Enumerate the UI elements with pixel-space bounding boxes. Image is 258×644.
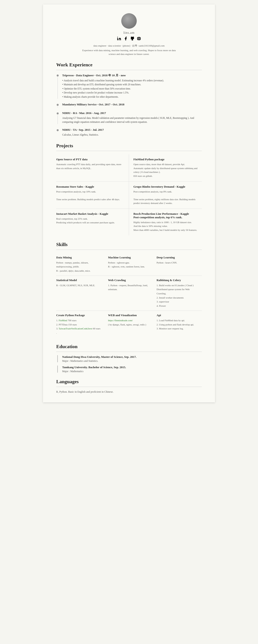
timeline-3: [56, 111, 59, 124]
web-icon[interactable]: [137, 36, 141, 42]
project-name-2: FinMind Python package: [134, 158, 202, 161]
edu-line-1: [57, 355, 58, 362]
edu-timeline-1: [56, 355, 59, 362]
skill-name-4: Statistical Model: [56, 278, 102, 282]
projects-section: Projects Open Source of PTT data Automat…: [56, 143, 202, 236]
skills-grid: Data Mining Python - numpy, pandas, skle…: [56, 253, 202, 338]
timeline-dot-1: [57, 74, 59, 76]
facebook-icon[interactable]: [124, 36, 128, 42]
project-desc-4: Post-competition analysis, top 8% rank.T…: [134, 190, 202, 205]
work-experience-title: Work Experience: [56, 62, 202, 68]
work-title-4: NDHU - TA · Sep. 2015 - Jul. 2017: [62, 128, 202, 132]
project-desc-1: Automatic crawling PTT data daily, and p…: [56, 162, 124, 170]
edu-timeline-2: [56, 366, 59, 372]
skill-cell-1: Data Mining Python - numpy, pandas, skle…: [56, 253, 105, 276]
work-desc-3: Analysing G7 financial data. Model valid…: [62, 116, 202, 124]
skill-name-9: Api: [156, 314, 199, 317]
project-cell-3: Rossmann Store Sales - Kaggle Post-compe…: [56, 182, 129, 209]
linkedin-icon[interactable]: [117, 36, 121, 42]
edu-sub-2: Major : Mathematics: [62, 370, 202, 372]
skill-desc-3: Python - kears-CNN.: [156, 260, 199, 265]
skill-cell-5: Web Crawling 1. Python - request, Beauti…: [105, 276, 153, 311]
education-title: Education: [56, 344, 202, 350]
work-item-1: Tripresso - Data Engineer · Oct. 2018 年 …: [56, 74, 202, 99]
svg-point-0: [117, 37, 118, 38]
education-section: Education National Dong Hwa University, …: [56, 344, 202, 372]
skill-desc-4: R - GLM, GLMNET, NLS, SUR, MLE.: [56, 283, 102, 288]
edu-sub-1: Major : Mathematics and Statistics.: [62, 360, 202, 362]
languages-section: Languages R, Python. Basic in English an…: [56, 379, 202, 394]
work-experience-section: Work Experience Tripresso - Data Enginee…: [56, 62, 202, 137]
timeline-line-1: [58, 77, 58, 99]
work-content-3: NDHU - RA · Mar. 2016 - Aug. 2017 Analys…: [62, 111, 202, 124]
skill-name-1: Data Mining: [56, 256, 102, 259]
skill-name-6: Rabbitmq & Celery: [156, 278, 199, 282]
edu-title-1: National Dong Hwa University, Master of …: [62, 355, 202, 359]
timeline-dot-4: [57, 129, 59, 131]
edu-item-2: Tamkang University. Bachelor of Science,…: [56, 366, 202, 372]
taiwan-train-link[interactable]: TaiwanTrainVerificationCode2text: [59, 327, 92, 330]
skill-cell-4: Statistical Model R - GLM, GLMNET, NLS, …: [56, 276, 105, 311]
work-item-2: Mandatory Military Service · Oct. 2017 -…: [56, 103, 202, 107]
timeline-line-3: [58, 115, 58, 124]
project-cell-5: Instacart Market Basket Analysis - Kaggl…: [56, 209, 129, 236]
skill-cell-8: WEB and Visualization https://finmindtra…: [105, 311, 153, 338]
skill-cell-7: Create Python Package 1. FinMind 700 sta…: [56, 311, 105, 338]
project-name-1: Open Source of PTT data: [56, 158, 124, 161]
skills-divider: [56, 250, 202, 250]
work-content-4: NDHU - TA · Sep. 2015 - Jul. 2017 Calcul…: [62, 128, 202, 137]
finmind-link[interactable]: FinMind: [59, 319, 67, 322]
timeline-dot-3: [57, 112, 59, 114]
skill-desc-9: 1. Load FinMind data by api.2. Using pyt…: [156, 318, 199, 331]
social-icons-row: [56, 36, 202, 42]
project-cell-2: FinMind Python package Open source data,…: [129, 154, 202, 182]
projects-title: Projects: [56, 143, 202, 148]
tagline: Experience with data mining, machine lea…: [56, 48, 202, 56]
skill-desc-8: https://finmindtrade.com/( by django, fl…: [108, 318, 150, 326]
languages-desc: R, Python. Basic in English and proficie…: [56, 390, 202, 394]
contact-info: data engineer · data scientist · [phone]…: [56, 44, 202, 48]
resume-container: lins.am data engineer · data scientist ·…: [43, 4, 215, 402]
skill-desc-2: Python - xgboost-gpu.R - xgboost, svm, r…: [108, 260, 150, 269]
skill-name-2: Machine Learning: [108, 256, 150, 259]
skill-cell-2: Machine Learning Python - xgboost-gpu.R …: [105, 253, 153, 276]
skill-cell-3: Deep Learning Python - kears-CNN.: [153, 253, 202, 276]
project-desc-3: Post-competition analysis, top 10% rank.…: [56, 190, 124, 202]
work-item-4: NDHU - TA · Sep. 2015 - Jul. 2017 Calcul…: [56, 128, 202, 137]
skill-name-3: Deep Learning: [156, 256, 199, 259]
edu-line-2: [57, 366, 58, 372]
project-name-6: Bosch Production Line Performance - Kagg…: [134, 212, 202, 219]
skills-title: Skills: [56, 242, 202, 247]
project-name-5: Instacart Market Basket Analysis - Kaggl…: [56, 212, 124, 216]
timeline-1: [56, 74, 59, 99]
github-icon[interactable]: [130, 36, 134, 42]
finmindtrade-link[interactable]: https://finmindtrade.com/: [108, 319, 133, 322]
skill-cell-6: Rabbitmq & Celery 1. Build works on 8 Li…: [153, 276, 202, 311]
skills-section: Skills Data Mining Python - numpy, panda…: [56, 242, 202, 338]
project-desc-5: Real competition, top 25% rank.Predictin…: [56, 217, 124, 225]
skill-desc-1: Python - numpy, pandas, sklearn, multipr…: [56, 260, 102, 273]
skill-desc-6: 1. Build works on 8 Linodes ( Cloud )Dis…: [156, 283, 199, 308]
timeline-line-2: [58, 106, 58, 107]
skill-name-8: WEB and Visualization: [108, 314, 150, 317]
skill-name-5: Web Crawling: [108, 278, 150, 282]
skill-desc-5: 1. Python - request, BeautifulSoup, lxml…: [108, 283, 150, 292]
languages-divider: [56, 387, 202, 387]
work-desc-4: Calculus, Linear Algebra, Statistics.: [62, 133, 202, 137]
timeline-2: [56, 103, 59, 107]
profile-name: lins.am: [56, 31, 202, 34]
avatar: [121, 13, 137, 29]
edu-content-2: Tamkang University. Bachelor of Science,…: [62, 366, 202, 372]
projects-divider: [56, 151, 202, 151]
project-desc-6: Highly imbalance data, ratio is 1000 : 1…: [134, 220, 202, 232]
languages-title: Languages: [56, 379, 202, 384]
work-content-2: Mandatory Military Service · Oct. 2017 -…: [62, 103, 202, 107]
work-desc-1: • Analysis travel data and build a machi…: [62, 78, 202, 99]
header-section: lins.am data engineer · data scientist ·…: [56, 13, 202, 56]
projects-grid: Open Source of PTT data Automatic crawli…: [56, 154, 202, 236]
work-title-1: Tripresso - Data Engineer · Oct. 2018 年 …: [62, 74, 202, 78]
work-item-3: NDHU - RA · Mar. 2016 - Aug. 2017 Analys…: [56, 111, 202, 124]
edu-item-1: National Dong Hwa University, Master of …: [56, 355, 202, 362]
skill-cell-9: Api 1. Load FinMind data by api.2. Using…: [153, 311, 202, 338]
edu-title-2: Tamkang University. Bachelor of Science,…: [62, 366, 202, 369]
